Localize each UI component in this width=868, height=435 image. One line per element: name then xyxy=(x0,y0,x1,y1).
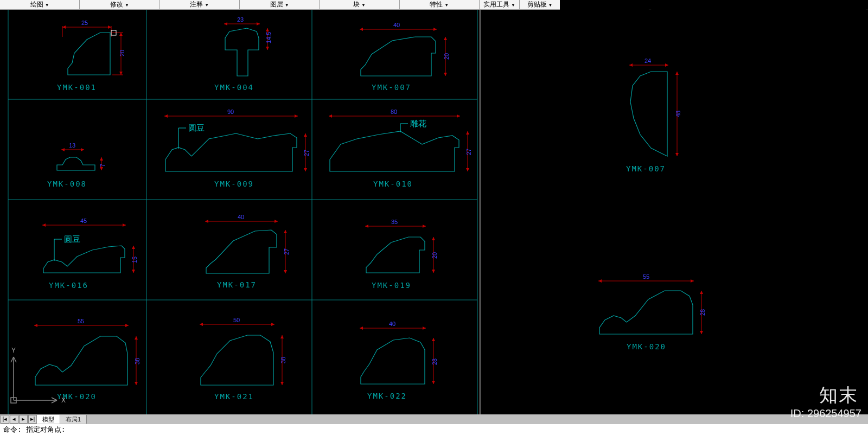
menu-properties[interactable]: 特性▼ xyxy=(400,0,480,9)
dim-h: 20 xyxy=(431,252,438,259)
part-ymk-020-preview: 55 28 YMK-020 xyxy=(598,273,706,351)
part-ymk-004: 23 14.5 YMK-004 xyxy=(214,16,272,92)
annotation-diaohua: 雕花 xyxy=(410,119,426,128)
dim-w: 35 xyxy=(391,219,398,225)
dim-w: 55 xyxy=(78,318,84,324)
dim-h: 28 xyxy=(431,359,438,365)
part-label: YMK-004 xyxy=(214,83,254,92)
part-label: YMK-020 xyxy=(627,342,666,351)
dim-w: 13 xyxy=(69,142,75,149)
part-label: YMK-001 xyxy=(57,83,97,92)
drawing-canvas[interactable]: 25 20 YMK-001 23 14.5 YMK-004 40 20 YMK-… xyxy=(0,10,868,414)
part-label: YMK-019 xyxy=(372,281,411,290)
part-label: YMK-021 xyxy=(214,392,254,401)
grid-frame xyxy=(8,10,477,414)
tab-nav-first-icon[interactable]: |◂ xyxy=(1,415,9,424)
ucs-x-label: X xyxy=(61,396,66,404)
part-ymk-017: 40 27 YMK-017 xyxy=(205,214,290,289)
dim-w: 40 xyxy=(393,22,400,28)
command-prompt: 命令: xyxy=(3,425,22,433)
dim-h: 27 xyxy=(465,149,472,155)
part-label: YMK-017 xyxy=(217,280,257,289)
part-ymk-007: 40 20 YMK-007 xyxy=(360,22,450,92)
part-ymk-020: 55 38 YMK-020 xyxy=(34,318,141,401)
dim-w: 23 xyxy=(237,16,244,23)
dim-h: 27 xyxy=(303,150,310,156)
dim-h: 7 xyxy=(99,164,106,167)
dim-w: 80 xyxy=(391,108,397,115)
dim-w: 40 xyxy=(238,214,244,220)
part-label: YMK-007 xyxy=(372,83,411,92)
part-ymk-010: 80 27 雕花 YMK-010 xyxy=(329,108,472,188)
dim-w: 50 xyxy=(233,317,240,323)
annotation-yuandou: 圆豆 xyxy=(64,234,80,244)
annotation-yuandou: 圆豆 xyxy=(188,123,205,132)
part-ymk-007-preview: 24 48 YMK-007 xyxy=(626,57,681,173)
part-label: YMK-022 xyxy=(367,392,407,400)
command-line[interactable]: 命令: 指定对角点: xyxy=(0,424,868,435)
menu-annotate[interactable]: 注释▼ xyxy=(160,0,240,9)
tab-nav-prev-icon[interactable]: ◂ xyxy=(10,415,18,424)
part-label: YMK-016 xyxy=(49,281,88,290)
menu-draw[interactable]: 绘图▼ xyxy=(0,0,80,9)
dim-w: 55 xyxy=(643,273,649,280)
dim-h: 14.5 xyxy=(265,32,272,43)
menu-layer[interactable]: 图层▼ xyxy=(240,0,320,9)
part-label: YMK-008 xyxy=(47,180,87,188)
part-label: YMK-009 xyxy=(214,180,254,188)
part-label: YMK-007 xyxy=(626,164,666,173)
tab-nav-next-icon[interactable]: ▸ xyxy=(19,415,28,424)
tab-nav-last-icon[interactable]: ▸| xyxy=(28,415,37,424)
dim-w: 45 xyxy=(80,218,87,224)
menu-block[interactable]: 块▼ xyxy=(320,0,399,9)
dim-w: 90 xyxy=(227,108,234,115)
command-text: 指定对角点: xyxy=(26,425,66,433)
part-ymk-008: 13 7 YMK-008 xyxy=(47,142,106,188)
menu-bar: 绘图▼ 修改▼ 注释▼ 图层▼ 块▼ 特性▼ 实用工具▼ 剪贴板▼ xyxy=(0,0,560,10)
menu-utilities[interactable]: 实用工具▼ xyxy=(480,0,520,9)
tab-layout1[interactable]: 布局1 xyxy=(60,415,87,424)
tab-model[interactable]: 模型 xyxy=(37,415,60,424)
dim-h: 38 xyxy=(280,357,286,363)
dim-h: 28 xyxy=(699,309,706,316)
dim-w: 24 xyxy=(644,57,651,64)
dim-h: 15 xyxy=(131,257,138,263)
menu-modify[interactable]: 修改▼ xyxy=(80,0,159,9)
dim-w: 25 xyxy=(81,20,88,26)
menu-clipboard[interactable]: 剪贴板▼ xyxy=(520,0,560,9)
dim-w: 40 xyxy=(389,321,395,327)
part-label: YMK-010 xyxy=(373,180,413,188)
part-ymk-019: 35 20 YMK-019 xyxy=(365,219,438,290)
part-ymk-021: 50 38 YMK-021 xyxy=(200,317,286,401)
part-ymk-016: 45 15 圆豆 YMK-016 xyxy=(42,218,138,290)
ucs-y-label: Y xyxy=(11,347,16,354)
dim-h: 20 xyxy=(119,50,125,56)
tab-strip: |◂ ◂ ▸ ▸| 模型 布局1 xyxy=(0,414,868,424)
part-ymk-009: 90 27 圆豆 YMK-009 xyxy=(164,108,310,188)
part-ymk-022: 40 28 YMK-022 xyxy=(360,321,438,400)
dim-h: 48 xyxy=(675,111,681,117)
dim-h: 27 xyxy=(283,248,290,255)
dim-h: 20 xyxy=(443,53,450,60)
dim-h: 38 xyxy=(134,358,141,364)
